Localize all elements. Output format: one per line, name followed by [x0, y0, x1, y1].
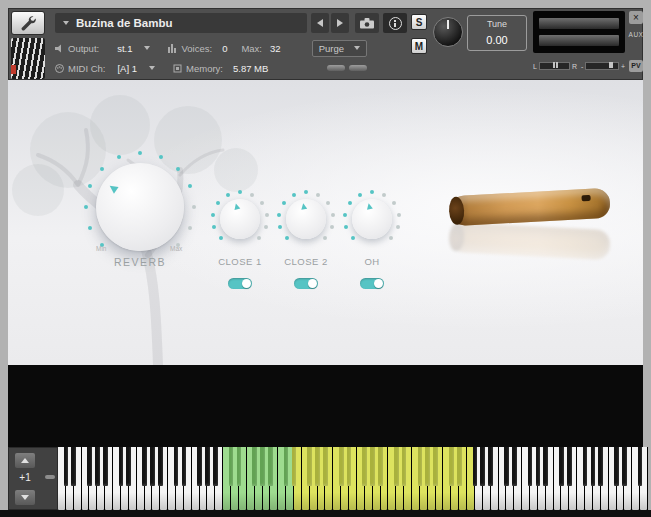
next-instrument-button[interactable]	[331, 13, 349, 33]
output-dropdown-caret-icon[interactable]	[144, 46, 150, 50]
black-key[interactable]	[126, 447, 131, 486]
keyboard-drag-handle[interactable]	[45, 475, 55, 479]
prev-instrument-button[interactable]	[311, 13, 329, 33]
output-icon	[55, 44, 64, 53]
black-key[interactable]	[237, 447, 242, 486]
pan-slider[interactable]: L R	[533, 60, 577, 72]
black-key[interactable]	[614, 447, 619, 486]
snapshot-view-button[interactable]	[355, 13, 379, 33]
black-key[interactable]	[158, 447, 163, 486]
camera-icon	[360, 18, 374, 29]
black-key[interactable]	[433, 447, 438, 486]
purge-dropdown[interactable]: Purge	[312, 40, 367, 57]
black-key[interactable]	[559, 447, 564, 486]
black-key[interactable]	[512, 447, 517, 486]
pv-button[interactable]: PV	[629, 60, 643, 72]
black-key[interactable]	[119, 447, 124, 486]
solo-button[interactable]: S	[411, 14, 427, 30]
black-key[interactable]	[402, 447, 407, 486]
black-key[interactable]	[583, 447, 588, 486]
reverb-knob-body[interactable]	[96, 163, 184, 251]
black-key[interactable]	[598, 447, 603, 486]
octave-down-button[interactable]	[15, 490, 35, 505]
knob-tick-dot	[100, 167, 104, 171]
pan-track[interactable]	[539, 62, 570, 70]
close1-knob[interactable]	[220, 199, 260, 239]
volume-slider[interactable]: - +	[581, 60, 625, 72]
black-key[interactable]	[378, 447, 383, 486]
black-key[interactable]	[64, 447, 69, 486]
black-key[interactable]	[323, 447, 328, 486]
black-key[interactable]	[205, 447, 210, 486]
black-key[interactable]	[87, 447, 92, 486]
black-key[interactable]	[95, 447, 100, 486]
black-key[interactable]	[457, 447, 462, 486]
black-key[interactable]	[182, 447, 187, 486]
black-key[interactable]	[315, 447, 320, 486]
black-key[interactable]	[362, 447, 367, 486]
remove-instrument-button[interactable]: ×	[629, 11, 643, 24]
oh-toggle[interactable]	[360, 278, 384, 289]
black-key[interactable]	[71, 447, 76, 486]
black-key[interactable]	[418, 447, 423, 486]
reverb-knob[interactable]	[96, 163, 184, 251]
black-key[interactable]	[591, 447, 596, 486]
black-key[interactable]	[528, 447, 533, 486]
black-key[interactable]	[142, 447, 147, 486]
close1-toggle[interactable]	[228, 278, 252, 289]
close2-knob[interactable]	[286, 199, 326, 239]
voices-icon	[168, 44, 177, 53]
volume-handle[interactable]	[609, 62, 613, 68]
black-key[interactable]	[488, 447, 493, 486]
black-key[interactable]	[292, 447, 297, 486]
volume-plus-label[interactable]: +	[621, 63, 625, 70]
midi-dropdown-caret-icon[interactable]	[149, 66, 155, 70]
instrument-title-bar[interactable]: Buzina de Bambu	[55, 13, 307, 33]
black-key[interactable]	[480, 447, 485, 486]
oh-knob[interactable]	[352, 199, 392, 239]
volume-minus-label[interactable]: -	[581, 63, 583, 70]
close2-toggle[interactable]	[294, 278, 318, 289]
black-key[interactable]	[370, 447, 375, 486]
reverb-label: REVERB	[80, 256, 200, 268]
black-key[interactable]	[536, 447, 541, 486]
black-key[interactable]	[449, 447, 454, 486]
octave-up-button[interactable]	[15, 453, 35, 468]
close1-knob-body[interactable]	[220, 199, 260, 239]
black-key[interactable]	[284, 447, 289, 486]
black-key[interactable]	[197, 447, 202, 486]
volume-track[interactable]	[585, 62, 619, 70]
black-key[interactable]	[622, 447, 627, 486]
black-key[interactable]	[504, 447, 509, 486]
black-key[interactable]	[103, 447, 108, 486]
pan-handle-left[interactable]	[553, 62, 555, 68]
black-key[interactable]	[213, 447, 218, 486]
black-key[interactable]	[473, 447, 478, 486]
black-key[interactable]	[260, 447, 265, 486]
black-key[interactable]	[268, 447, 273, 486]
tune-value[interactable]: 0.00	[468, 34, 526, 46]
black-key[interactable]	[229, 447, 234, 486]
black-key[interactable]	[638, 447, 643, 486]
close2-knob-pointer-icon	[300, 203, 307, 210]
black-key[interactable]	[150, 447, 155, 486]
black-key[interactable]	[425, 447, 430, 486]
tune-knob[interactable]	[433, 17, 463, 47]
mute-button[interactable]: M	[411, 38, 427, 54]
edit-wrench-button[interactable]	[11, 11, 45, 35]
black-key[interactable]	[567, 447, 572, 486]
aux-button[interactable]: AUX	[628, 31, 644, 38]
pan-handle-right[interactable]	[556, 62, 558, 68]
knob-tick-dot	[84, 205, 88, 209]
black-key[interactable]	[347, 447, 352, 486]
midi-ch-value[interactable]: [A] 1	[117, 63, 137, 74]
black-key[interactable]	[339, 447, 344, 486]
black-key[interactable]	[174, 447, 179, 486]
black-key[interactable]	[307, 447, 312, 486]
black-key[interactable]	[394, 447, 399, 486]
black-key[interactable]	[543, 447, 548, 486]
info-view-button[interactable]	[383, 13, 407, 33]
instrument-side-stripe-panel	[11, 38, 45, 79]
output-value[interactable]: st.1	[117, 43, 132, 54]
black-key[interactable]	[252, 447, 257, 486]
